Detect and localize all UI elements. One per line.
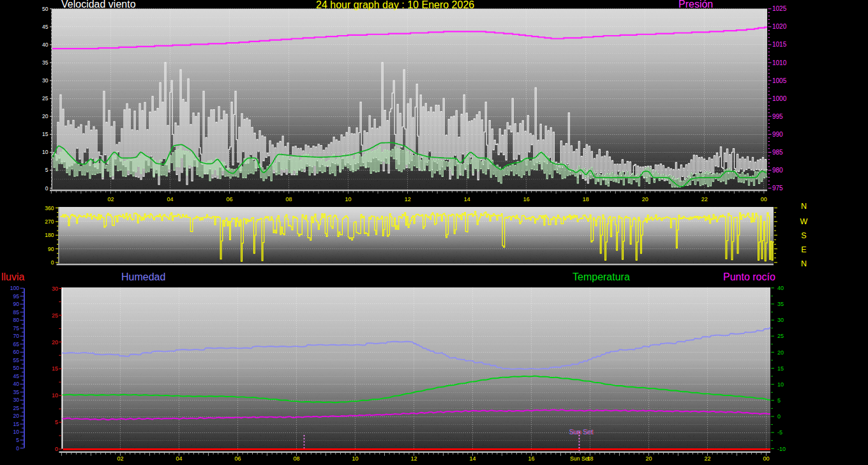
svg-text:20: 20 xyxy=(52,339,58,346)
svg-text:90: 90 xyxy=(13,301,20,307)
svg-text:30: 30 xyxy=(42,77,49,84)
svg-text:20: 20 xyxy=(645,455,652,462)
svg-text:10: 10 xyxy=(777,381,784,388)
svg-text:40: 40 xyxy=(13,381,20,387)
svg-text:55: 55 xyxy=(13,357,20,363)
svg-text:16: 16 xyxy=(523,196,530,202)
svg-text:1010: 1010 xyxy=(772,59,787,66)
svg-text:W: W xyxy=(800,217,808,226)
svg-text:50: 50 xyxy=(42,6,49,12)
svg-text:20: 20 xyxy=(777,349,784,356)
svg-text:02: 02 xyxy=(117,455,123,462)
svg-text:lluvia: lluvia xyxy=(1,271,25,282)
svg-text:75: 75 xyxy=(13,325,20,332)
svg-text:06: 06 xyxy=(227,196,233,202)
svg-text:20: 20 xyxy=(42,113,49,119)
svg-text:30: 30 xyxy=(52,286,58,292)
svg-text:70: 70 xyxy=(13,333,20,339)
svg-text:Presión: Presión xyxy=(678,0,713,10)
svg-text:04: 04 xyxy=(167,196,173,202)
svg-text:995: 995 xyxy=(772,113,783,120)
svg-text:0: 0 xyxy=(45,185,49,192)
svg-text:15: 15 xyxy=(13,421,20,427)
svg-text:5: 5 xyxy=(55,419,58,425)
svg-text:Sun Set: Sun Set xyxy=(569,428,593,436)
svg-text:0: 0 xyxy=(51,259,54,266)
svg-text:980: 980 xyxy=(772,167,783,174)
svg-text:0: 0 xyxy=(777,413,781,420)
svg-text:30: 30 xyxy=(777,317,784,323)
svg-text:08: 08 xyxy=(293,455,299,462)
svg-text:35: 35 xyxy=(777,301,784,307)
svg-text:25: 25 xyxy=(52,312,58,319)
svg-text:60: 60 xyxy=(13,349,20,355)
svg-text:65: 65 xyxy=(13,341,20,347)
svg-text:06: 06 xyxy=(234,455,241,462)
svg-text:45: 45 xyxy=(42,24,49,30)
svg-text:30: 30 xyxy=(13,397,20,403)
svg-text:95: 95 xyxy=(13,293,20,300)
svg-text:24 hour graph day : 10 Enero 2: 24 hour graph day : 10 Enero 2026 xyxy=(316,0,474,10)
svg-text:360: 360 xyxy=(45,205,54,211)
svg-text:5: 5 xyxy=(45,167,49,173)
svg-text:14: 14 xyxy=(469,455,475,462)
svg-text:10: 10 xyxy=(42,149,49,155)
svg-text:N: N xyxy=(801,259,807,268)
svg-text:00: 00 xyxy=(763,455,769,462)
svg-text:-5: -5 xyxy=(777,429,782,436)
svg-text:25: 25 xyxy=(777,333,784,339)
svg-text:E: E xyxy=(801,245,806,254)
svg-text:Humedad: Humedad xyxy=(121,271,165,282)
svg-text:180: 180 xyxy=(45,232,54,238)
svg-text:15: 15 xyxy=(777,365,784,372)
svg-text:04: 04 xyxy=(176,455,182,462)
svg-text:1005: 1005 xyxy=(772,77,787,84)
svg-text:45: 45 xyxy=(13,373,20,379)
svg-text:985: 985 xyxy=(772,149,783,156)
svg-text:25: 25 xyxy=(13,405,20,411)
svg-text:15: 15 xyxy=(52,365,58,372)
svg-text:10: 10 xyxy=(52,392,58,399)
svg-text:1025: 1025 xyxy=(772,5,787,12)
svg-text:40: 40 xyxy=(777,285,784,291)
svg-text:Temperatura: Temperatura xyxy=(572,271,630,282)
svg-text:20: 20 xyxy=(642,196,648,202)
svg-text:08: 08 xyxy=(286,196,292,202)
svg-text:90: 90 xyxy=(48,246,54,252)
svg-text:10: 10 xyxy=(352,455,358,462)
svg-text:12: 12 xyxy=(410,455,417,462)
svg-text:18: 18 xyxy=(583,196,589,202)
svg-text:100: 100 xyxy=(10,285,19,291)
svg-text:50: 50 xyxy=(13,365,20,371)
svg-text:25: 25 xyxy=(42,95,49,102)
svg-text:85: 85 xyxy=(13,309,20,316)
svg-text:5: 5 xyxy=(777,397,781,404)
svg-text:1015: 1015 xyxy=(772,41,787,48)
svg-text:20: 20 xyxy=(13,413,20,419)
svg-text:0: 0 xyxy=(16,445,19,452)
svg-text:975: 975 xyxy=(772,185,783,192)
svg-text:-10: -10 xyxy=(777,446,786,452)
svg-text:02: 02 xyxy=(107,196,114,202)
svg-text:Velocidad viento: Velocidad viento xyxy=(61,0,136,10)
svg-text:22: 22 xyxy=(701,196,708,202)
svg-text:00: 00 xyxy=(761,196,767,202)
svg-text:5: 5 xyxy=(16,437,19,443)
svg-text:Sun Set: Sun Set xyxy=(570,455,590,462)
svg-text:14: 14 xyxy=(464,196,470,202)
svg-text:10: 10 xyxy=(345,196,352,202)
svg-text:1000: 1000 xyxy=(772,95,787,102)
svg-text:N: N xyxy=(801,202,807,211)
svg-text:270: 270 xyxy=(45,218,54,225)
svg-text:10: 10 xyxy=(13,429,20,435)
svg-text:40: 40 xyxy=(42,42,49,48)
svg-text:1020: 1020 xyxy=(772,23,787,30)
svg-text:S: S xyxy=(801,231,806,240)
svg-text:Punto rocío: Punto rocío xyxy=(723,271,775,282)
svg-text:22: 22 xyxy=(704,455,710,462)
svg-text:35: 35 xyxy=(13,389,20,395)
svg-text:15: 15 xyxy=(42,131,49,137)
svg-text:0: 0 xyxy=(55,446,58,452)
svg-text:990: 990 xyxy=(772,131,783,138)
svg-text:16: 16 xyxy=(528,455,534,462)
